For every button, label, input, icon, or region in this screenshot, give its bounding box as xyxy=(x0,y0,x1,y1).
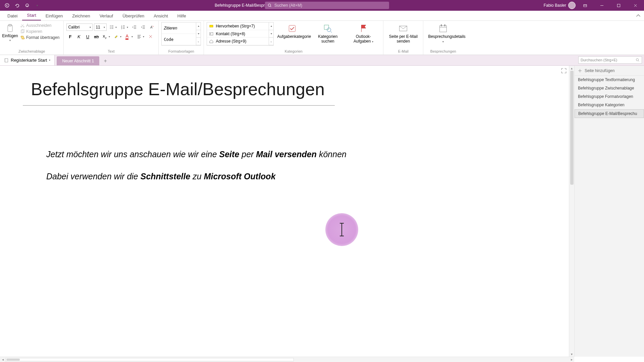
todo-tag-label: Aufgabenkategorie xyxy=(277,34,307,39)
touch-mode-button[interactable] xyxy=(23,2,31,9)
page-list-panel: Seite hinzufügen Befehlsgruppe Textforma… xyxy=(574,66,644,357)
account-button[interactable]: Fabio Basler xyxy=(544,2,576,9)
add-page-label: Seite hinzufügen xyxy=(585,68,614,73)
tab-ansicht[interactable]: Ansicht xyxy=(149,11,173,20)
body-line-1[interactable]: Jetzt möchten wir uns anschauen wie wir … xyxy=(46,149,346,159)
maximize-button[interactable] xyxy=(611,0,626,11)
tag-adresse-label: Adresse (Strg+9) xyxy=(216,39,246,44)
page-canvas[interactable]: Befehlsgruppe E-Mail/Besprechungen Jetzt… xyxy=(0,66,574,357)
align-button[interactable]: ▾ xyxy=(136,33,146,40)
back-button[interactable] xyxy=(3,2,11,9)
tag-adresse[interactable]: Adresse (Strg+9) xyxy=(207,38,269,45)
tag-kontakt-label: Kontakt (Strg+8) xyxy=(216,32,245,36)
style-item-code[interactable]: Code xyxy=(162,34,201,45)
notebook-select[interactable]: Registerkarte Start ▾ xyxy=(0,55,55,65)
text-span: per xyxy=(239,149,256,159)
scroll-thumb[interactable] xyxy=(6,359,20,361)
scroll-track[interactable] xyxy=(5,358,294,361)
bold-button[interactable]: F xyxy=(66,33,74,40)
page-title[interactable]: Befehlsgruppe E-Mail/Besprechungen xyxy=(31,79,325,99)
close-button[interactable] xyxy=(628,0,643,11)
text-span-bold: Mail versenden xyxy=(256,149,317,159)
format-painter-button[interactable]: Format übertragen xyxy=(19,35,61,40)
page-item-2[interactable]: Befehlsgruppe Formatvorlagen xyxy=(575,93,644,101)
paste-button[interactable]: Einfügen ▾ xyxy=(3,22,17,42)
minimize-button[interactable] xyxy=(594,0,609,11)
tag-kontakt[interactable]: Kontakt (Strg+8) xyxy=(207,30,269,38)
copy-button[interactable]: Kopieren xyxy=(19,29,61,34)
copy-label: Kopieren xyxy=(26,29,42,34)
svg-point-0 xyxy=(5,3,9,7)
collapse-ribbon-button[interactable] xyxy=(635,13,641,19)
todo-tag-button[interactable]: Aufgabenkategorie xyxy=(275,22,309,39)
tab-einfuegen[interactable]: Einfügen xyxy=(41,11,67,20)
horizontal-scrollbar[interactable]: ◂ ▸ xyxy=(0,357,574,362)
section-tab[interactable]: Neuer Abschnitt 1 xyxy=(57,56,99,65)
workspace: Befehlsgruppe E-Mail/Besprechungen Jetzt… xyxy=(0,66,644,357)
styles-scroll[interactable]: ▴▾⌄ xyxy=(196,22,201,45)
email-page-button[interactable]: Seite per E-Mail senden xyxy=(386,22,420,44)
numbering-button[interactable]: 123▾ xyxy=(119,23,129,31)
cut-button[interactable]: Ausschneiden xyxy=(19,23,61,28)
outdent-button[interactable] xyxy=(131,23,138,31)
tab-start[interactable]: Start xyxy=(22,11,41,20)
scroll-right-icon[interactable]: ▸ xyxy=(569,358,574,361)
delete-button[interactable] xyxy=(147,33,154,40)
strike-button[interactable]: ab xyxy=(93,33,100,40)
vertical-scrollbar[interactable]: ▴ ▾ xyxy=(569,66,574,357)
page-item-1[interactable]: Befehlsgruppe Zwischenablage xyxy=(575,84,644,93)
clear-formatting-button[interactable]: A xyxy=(148,23,156,31)
fullscreen-button[interactable] xyxy=(561,68,567,74)
text-span: Jetzt möchten wir uns anschauen wie wir … xyxy=(46,149,219,159)
subscript-button[interactable]: x2▾ xyxy=(101,33,111,40)
indent-button[interactable] xyxy=(140,23,147,31)
flag-icon xyxy=(358,23,368,34)
text-span: zu xyxy=(190,172,204,181)
page-item-4[interactable]: Befehlsgruppe E-Mail/Besprechu xyxy=(575,109,644,118)
home-icon xyxy=(209,39,214,44)
style-item-zitieren[interactable]: Zitieren xyxy=(162,22,201,34)
meeting-details-button[interactable]: Besprechungsdetails▾ xyxy=(426,22,460,44)
tags-scroll[interactable]: ▴▾⌄ xyxy=(269,22,273,45)
tag-hervorheben[interactable]: Hervorheben (Strg+7) xyxy=(207,22,269,30)
find-tags-button[interactable]: Kategorien suchen xyxy=(311,22,345,44)
scroll-up-icon[interactable]: ▴ xyxy=(571,66,573,70)
ribbon-display-button[interactable] xyxy=(578,0,592,11)
cursor-highlight xyxy=(325,213,358,246)
tab-pruefen[interactable]: Überprüfen xyxy=(118,11,149,20)
svg-rect-28 xyxy=(441,24,442,26)
svg-rect-29 xyxy=(444,24,445,26)
italic-button[interactable]: K xyxy=(75,33,83,40)
styles-gallery[interactable]: Zitieren Code ▴▾⌄ xyxy=(161,22,201,46)
tags-gallery[interactable]: Hervorheben (Strg+7) Kontakt (Strg+8) Ad… xyxy=(207,22,274,46)
outlook-tasks-button[interactable]: Outlook-Aufgaben ▾ xyxy=(346,22,380,44)
scroll-down-icon[interactable]: ▾ xyxy=(571,352,573,356)
undo-button[interactable] xyxy=(13,2,21,9)
svg-text:A: A xyxy=(150,25,153,29)
add-page-button[interactable]: Seite hinzufügen xyxy=(575,66,644,76)
tab-zeichnen[interactable]: Zeichnen xyxy=(67,11,95,20)
group-styles-label: Formatvorlagen xyxy=(161,49,201,54)
page-item-3[interactable]: Befehlsgruppe Kategorien xyxy=(575,101,644,109)
search-box[interactable]: Suchen (Alt+M) xyxy=(265,2,389,9)
bullets-button[interactable]: ▾ xyxy=(108,23,118,31)
underline-button[interactable]: U xyxy=(84,33,91,40)
svg-point-14 xyxy=(110,27,111,27)
font-size-select[interactable]: 11▾ xyxy=(94,23,107,31)
font-size-value: 11 xyxy=(96,25,100,29)
add-section-button[interactable]: + xyxy=(101,56,110,65)
tab-verlauf[interactable]: Verlauf xyxy=(95,11,118,20)
scroll-left-icon[interactable]: ◂ xyxy=(0,358,5,361)
font-color-button[interactable]: A▾ xyxy=(124,33,134,40)
svg-rect-8 xyxy=(9,24,12,26)
body-line-2[interactable]: Dabei verwenden wir die Schnittstelle zu… xyxy=(46,172,276,181)
page-item-0[interactable]: Befehlsgruppe Textformatierung xyxy=(575,76,644,84)
tab-datei[interactable]: Datei xyxy=(3,11,22,20)
highlight-button[interactable]: ▾ xyxy=(113,33,123,40)
font-name-select[interactable]: Calibri▾ xyxy=(66,23,93,31)
tab-hilfe[interactable]: Hilfe xyxy=(173,11,191,20)
qat-more-button[interactable]: ▾ xyxy=(34,2,41,9)
scroll-thumb[interactable] xyxy=(570,71,574,185)
page-search-box[interactable]: Durchsuchen (Strg+E) xyxy=(578,56,642,64)
group-styles: Zitieren Code ▴▾⌄ Formatvorlagen xyxy=(159,21,204,55)
